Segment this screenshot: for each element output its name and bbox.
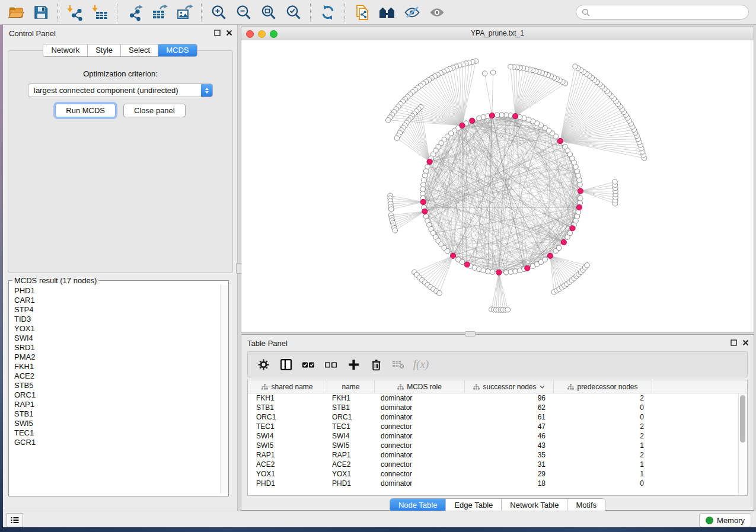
table-cell[interactable] [652, 450, 747, 460]
export-image-icon[interactable] [174, 2, 194, 23]
table-cell[interactable] [652, 479, 747, 488]
table-cell[interactable]: 29 [465, 469, 554, 479]
graph-leaf-node[interactable] [437, 291, 442, 296]
table-cell[interactable]: 2 [554, 431, 652, 441]
zoom-in-icon[interactable] [209, 2, 229, 23]
graph-leaf-node[interactable] [482, 71, 487, 76]
table-cell[interactable]: 0 [554, 412, 652, 422]
memory-button[interactable]: Memory [699, 513, 751, 527]
show-all-icon[interactable] [427, 2, 447, 23]
table-cell[interactable]: 46 [465, 431, 554, 441]
graph-dominator-node[interactable] [578, 188, 583, 194]
tab-mcds[interactable]: MCDS [158, 44, 196, 56]
deselect-all-rows-icon[interactable] [321, 355, 340, 374]
table-cell[interactable]: connector [375, 422, 465, 431]
table-cell[interactable]: SWI5 [248, 441, 327, 450]
graph-leaf-node[interactable] [573, 64, 578, 69]
table-cell[interactable]: connector [375, 441, 465, 450]
table-cell[interactable] [652, 412, 747, 422]
table-row-FKH1[interactable]: FKH1FKH1dominator962 [248, 393, 747, 403]
table-scrollbar-thumb[interactable] [740, 395, 745, 443]
mcds-result-item[interactable]: SWI5 [14, 419, 221, 428]
tab-select[interactable]: Select [121, 44, 158, 56]
mcds-result-item[interactable]: SWI4 [14, 334, 221, 343]
table-cell[interactable]: dominator [375, 450, 465, 460]
tab-style[interactable]: Style [88, 44, 121, 56]
table-cell[interactable]: STB1 [327, 403, 375, 412]
mcds-result-item[interactable]: TID3 [14, 315, 221, 324]
column-header-MCDS-role[interactable]: MCDS role [375, 380, 465, 393]
table-cell[interactable]: 31 [465, 460, 554, 469]
hide-selected-icon[interactable] [402, 2, 422, 23]
graph-dominator-node[interactable] [496, 270, 502, 275]
table-row-YOX1[interactable]: YOX1YOX1connector291 [248, 469, 747, 479]
close-panel-icon[interactable] [225, 29, 232, 36]
column-header-successor-nodes[interactable]: successor nodes [465, 380, 554, 393]
table-cell[interactable]: dominator [375, 393, 465, 403]
graph-node[interactable] [577, 178, 582, 183]
table-cell[interactable]: 2 [554, 450, 652, 460]
table-cell[interactable]: 1 [554, 460, 652, 469]
refresh-icon[interactable] [318, 2, 338, 23]
graph-node[interactable] [490, 270, 495, 275]
table-cell[interactable]: dominator [375, 431, 465, 441]
table-cell[interactable]: 47 [465, 422, 554, 431]
graph-node[interactable] [562, 144, 567, 149]
table-cell[interactable]: RAP1 [327, 450, 375, 460]
mcds-result-item[interactable]: ORC1 [14, 390, 221, 400]
criterion-select[interactable]: largest connected component (undirected) [28, 84, 213, 97]
table-cell[interactable]: dominator [375, 479, 465, 488]
graph-leaf-node[interactable] [393, 228, 398, 233]
mcds-result-item[interactable]: SRD1 [14, 343, 221, 352]
graph-dominator-node[interactable] [427, 159, 432, 164]
table-cell[interactable] [652, 460, 747, 469]
graph-leaf-node[interactable] [505, 307, 511, 312]
graph-leaf-node[interactable] [490, 70, 496, 75]
import-network-icon[interactable] [65, 2, 85, 23]
table-cell[interactable]: dominator [375, 412, 465, 422]
run-mcds-button[interactable]: Run MCDS [55, 104, 116, 117]
table-cell[interactable] [652, 469, 747, 479]
table-cell[interactable]: connector [375, 460, 465, 469]
graph-leaf-node[interactable] [389, 207, 394, 212]
table-cell[interactable]: dominator [375, 403, 465, 412]
table-cell[interactable] [652, 431, 747, 441]
table-row-PHD1[interactable]: PHD1PHD1dominator180 [248, 479, 747, 488]
graph-leaf-node[interactable] [585, 263, 590, 268]
table-cell[interactable]: SWI5 [327, 441, 375, 450]
table-cell[interactable] [652, 441, 747, 450]
graph-node[interactable] [578, 196, 583, 201]
minimize-window-icon[interactable] [258, 30, 266, 38]
mcds-result-item[interactable]: STB5 [14, 381, 221, 390]
graph-leaf-node[interactable] [394, 136, 400, 141]
graph-node[interactable] [513, 269, 518, 274]
table-cell[interactable]: YOX1 [327, 469, 375, 479]
table-cell[interactable]: TEC1 [327, 422, 375, 431]
tab-network[interactable]: Network [43, 44, 88, 56]
import-table-icon[interactable] [90, 2, 110, 23]
table-cell[interactable]: ACE2 [248, 460, 327, 469]
table-row-RAP1[interactable]: RAP1RAP1dominator352 [248, 450, 747, 460]
toggle-columns-icon[interactable] [276, 355, 295, 374]
graph-node[interactable] [543, 257, 548, 262]
graph-leaf-node[interactable] [508, 64, 513, 69]
table-cell[interactable]: TEC1 [248, 422, 327, 431]
table-cell[interactable]: PHD1 [327, 479, 375, 488]
table-cell[interactable]: 1 [554, 441, 652, 450]
float-panel-icon[interactable] [730, 339, 737, 346]
horizontal-splitter-handle[interactable] [465, 331, 476, 336]
graph-dominator-node[interactable] [489, 113, 495, 118]
table-cell[interactable]: STB1 [248, 403, 327, 412]
tab-edge-table[interactable]: Edge Table [446, 499, 502, 512]
mcds-result-item[interactable]: YOX1 [14, 324, 221, 334]
mcds-result-item[interactable]: STB1 [14, 409, 221, 419]
table-row-ACE2[interactable]: ACE2ACE2connector311 [248, 460, 747, 469]
export-table-icon[interactable] [149, 2, 170, 23]
graph-dominator-node[interactable] [470, 118, 475, 123]
table-row-ORC1[interactable]: ORC1ORC1dominator610 [248, 412, 747, 422]
table-cell[interactable]: 35 [465, 450, 554, 460]
table-row-SWI5[interactable]: SWI5SWI5connector431 [248, 441, 747, 450]
column-header-shared-name[interactable]: shared name [248, 380, 327, 393]
table-cell[interactable]: 96 [465, 393, 554, 403]
close-panel-icon[interactable] [742, 339, 749, 346]
